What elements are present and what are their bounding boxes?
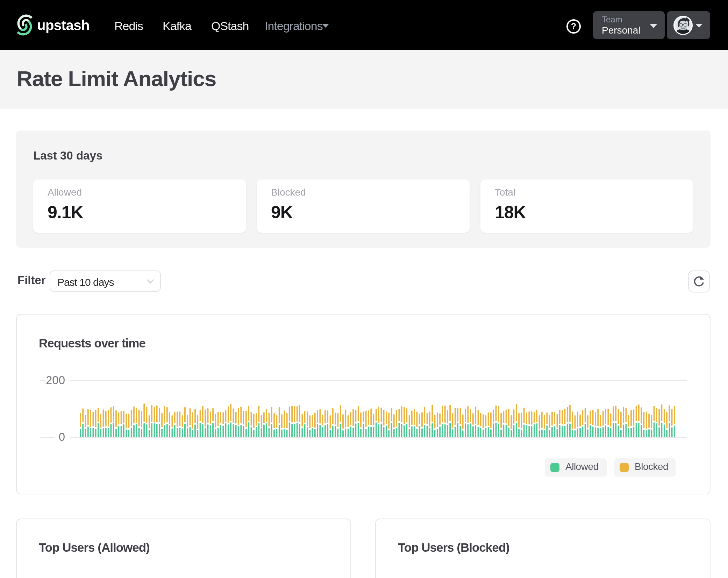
svg-text:200: 200	[46, 374, 65, 387]
svg-text:0: 0	[59, 430, 65, 443]
